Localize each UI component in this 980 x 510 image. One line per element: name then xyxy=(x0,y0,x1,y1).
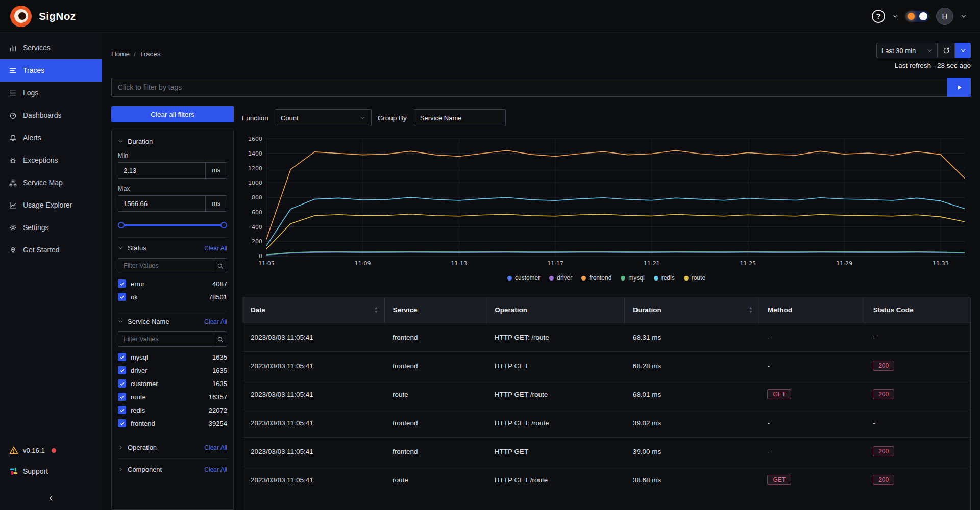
status-cell: 200 xyxy=(865,466,970,494)
clear-all-link[interactable]: Clear All xyxy=(204,245,227,252)
sidebar-item-settings[interactable]: Settings xyxy=(0,216,102,239)
breadcrumb-home[interactable]: Home xyxy=(111,50,130,58)
help-icon[interactable]: ? xyxy=(872,10,885,23)
checkbox-checked-icon[interactable] xyxy=(118,353,126,361)
svg-text:400: 400 xyxy=(252,224,262,231)
checkbox-checked-icon[interactable] xyxy=(118,419,126,427)
column-label: Date xyxy=(251,306,265,314)
checkbox-checked-icon[interactable] xyxy=(118,279,126,288)
status-filter-search xyxy=(118,258,227,273)
chevron-down-icon[interactable] xyxy=(892,13,898,19)
refresh-options-button[interactable] xyxy=(955,43,971,58)
caret-down-icon xyxy=(960,47,967,54)
status-section-header[interactable]: Status Clear All xyxy=(118,244,227,252)
sidebar-item-alerts[interactable]: Alerts xyxy=(0,126,102,149)
service-option-frontend[interactable]: frontend39254 xyxy=(118,417,227,430)
component-section-header[interactable]: ComponentClear All xyxy=(118,466,227,473)
checkbox-checked-icon[interactable] xyxy=(118,366,126,374)
legend-label: mysql xyxy=(628,274,644,282)
checkbox-checked-icon[interactable] xyxy=(118,379,126,388)
filter-panel: Duration Min ms Max ms xyxy=(111,130,234,510)
filter-section-component: ComponentClear All xyxy=(118,458,227,480)
refresh-button[interactable] xyxy=(938,43,955,58)
option-label: ok xyxy=(131,293,138,301)
legend-item-driver[interactable]: driver xyxy=(549,274,572,282)
duration-min-input[interactable] xyxy=(118,163,205,178)
run-filter-button[interactable] xyxy=(947,78,971,97)
column-header-duration[interactable]: Duration▲▼ xyxy=(625,297,760,323)
tag-filter-input[interactable] xyxy=(111,78,971,97)
time-range-select[interactable]: Last 30 min xyxy=(876,43,938,58)
bell-icon xyxy=(9,134,17,142)
dashboard-icon xyxy=(9,112,17,119)
service-name-section-header[interactable]: Service Name Clear All xyxy=(118,318,227,325)
status-option-error[interactable]: error4087 xyxy=(118,277,227,290)
sidebar-collapse-button[interactable] xyxy=(0,487,102,510)
service-option-driver[interactable]: driver1635 xyxy=(118,364,227,377)
status-badge: 200 xyxy=(873,446,894,456)
slider-min-handle[interactable] xyxy=(118,222,125,228)
last-refresh-text: Last refresh - 28 sec ago xyxy=(895,62,971,69)
sidebar-item-usage-explorer[interactable]: Usage Explorer xyxy=(0,194,102,216)
sidebar-item-exceptions[interactable]: Exceptions xyxy=(0,149,102,171)
table-row[interactable]: 2023/03/03 11:05:41routeHTTP GET /route6… xyxy=(242,380,970,409)
chevron-down-icon xyxy=(118,139,124,144)
group-by-value: Service Name xyxy=(420,114,462,122)
legend-item-customer[interactable]: customer xyxy=(507,274,540,282)
service-option-redis[interactable]: redis22072 xyxy=(118,403,227,417)
legend-item-mysql[interactable]: mysql xyxy=(621,274,644,282)
legend-item-redis[interactable]: redis xyxy=(654,274,675,282)
column-label: Duration xyxy=(633,306,662,314)
svg-text:11:17: 11:17 xyxy=(547,260,564,267)
sidebar-item-logs[interactable]: Logs xyxy=(0,82,102,104)
table-row[interactable]: 2023/03/03 11:05:41frontendHTTP GET68.28… xyxy=(242,351,970,380)
column-header-operation: Operation xyxy=(486,297,625,323)
column-header-date[interactable]: Date▲▼ xyxy=(242,297,384,323)
legend-label: customer xyxy=(515,274,540,282)
legend-item-route[interactable]: route xyxy=(684,274,705,282)
checkbox-checked-icon[interactable] xyxy=(118,406,126,414)
table-row[interactable]: 2023/03/03 11:05:41frontendHTTP GET: /ro… xyxy=(242,323,970,351)
sidebar-item-traces[interactable]: Traces xyxy=(0,59,102,82)
service-option-mysql[interactable]: mysql1635 xyxy=(118,350,227,364)
sort-icons[interactable]: ▲▼ xyxy=(374,306,378,314)
status-filter-input[interactable] xyxy=(118,258,227,273)
operation-section-header[interactable]: OperationClear All xyxy=(118,444,227,451)
table-row[interactable]: 2023/03/03 11:05:41frontendHTTP GET39.00… xyxy=(242,437,970,466)
chevron-down-icon[interactable] xyxy=(961,13,967,19)
signoz-logo-icon xyxy=(10,6,32,27)
service-option-route[interactable]: route16357 xyxy=(118,390,227,403)
column-header-method: Method xyxy=(759,297,865,323)
clear-all-link[interactable]: Clear All xyxy=(204,444,227,451)
sidebar-item-label: Exceptions xyxy=(23,156,58,164)
checkbox-checked-icon[interactable] xyxy=(118,293,126,301)
sidebar-item-get-started[interactable]: Get Started xyxy=(0,239,102,261)
status-option-ok[interactable]: ok78501 xyxy=(118,290,227,303)
service-option-customer[interactable]: customer1635 xyxy=(118,377,227,390)
sidebar-item-support[interactable]: Support xyxy=(0,460,102,482)
sort-icons[interactable]: ▲▼ xyxy=(749,306,753,314)
section-title: Operation xyxy=(128,444,157,451)
legend-item-frontend[interactable]: frontend xyxy=(581,274,611,282)
duration-max-input[interactable] xyxy=(118,196,205,211)
slider-max-handle[interactable] xyxy=(220,222,227,228)
clear-all-link[interactable]: Clear All xyxy=(204,318,227,325)
duration-slider[interactable] xyxy=(119,222,226,229)
service-filter-input[interactable] xyxy=(118,332,227,347)
checkbox-checked-icon[interactable] xyxy=(118,393,126,401)
duration-section-header[interactable]: Duration xyxy=(118,138,227,145)
clear-all-link[interactable]: Clear All xyxy=(204,466,227,473)
avatar[interactable]: H xyxy=(936,8,953,25)
table-row[interactable]: 2023/03/03 11:05:41routeHTTP GET /route3… xyxy=(242,466,970,494)
sidebar-item-dashboards[interactable]: Dashboards xyxy=(0,104,102,126)
clear-all-filters-button[interactable]: Clear all filters xyxy=(111,106,234,122)
chevron-right-icon xyxy=(118,445,124,450)
group-by-select[interactable]: Service Name xyxy=(414,109,506,126)
table-row[interactable]: 2023/03/03 11:05:41frontendHTTP GET: /ro… xyxy=(242,409,970,437)
function-select[interactable]: Count xyxy=(275,109,372,126)
theme-toggle[interactable] xyxy=(905,11,929,22)
main-content: Home / Traces Last 30 min L xyxy=(102,33,980,510)
sidebar-item-service-map[interactable]: Service Map xyxy=(0,171,102,194)
svg-text:1400: 1400 xyxy=(248,150,262,157)
sidebar-item-services[interactable]: Services xyxy=(0,37,102,59)
